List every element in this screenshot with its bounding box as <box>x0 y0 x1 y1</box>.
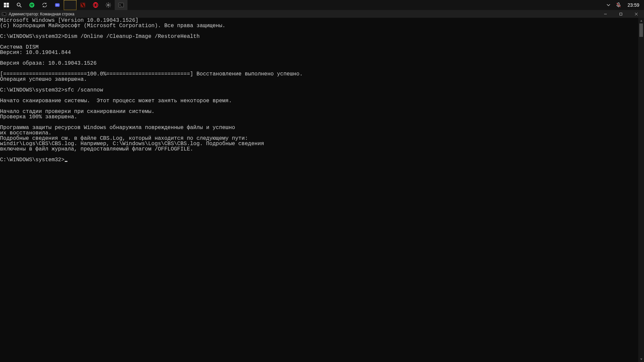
maximize-button[interactable] <box>613 10 629 18</box>
sync-button[interactable] <box>38 0 51 10</box>
svg-rect-0 <box>4 3 6 5</box>
discord-button[interactable] <box>51 0 64 10</box>
scroll-thumb[interactable] <box>639 23 643 37</box>
spotify-icon <box>29 2 35 8</box>
mic-muted-icon[interactable] <box>615 0 622 10</box>
svg-point-21 <box>108 4 109 6</box>
vertical-scrollbar[interactable] <box>638 18 644 362</box>
spotify-button[interactable] <box>25 0 38 10</box>
window-controls <box>598 10 644 18</box>
svg-marker-33 <box>640 358 642 360</box>
start-button[interactable] <box>0 0 13 10</box>
svg-rect-3 <box>7 5 9 7</box>
search-button[interactable] <box>13 0 25 10</box>
taskbar-clock[interactable]: 23:59 <box>626 2 641 8</box>
settings-button[interactable] <box>102 0 115 10</box>
window-title: Администратор: Командная строка <box>9 12 74 16</box>
svg-text:>_: >_ <box>119 4 122 6</box>
close-button[interactable] <box>629 10 644 18</box>
scroll-up-arrow[interactable] <box>638 18 644 23</box>
taskbar-left: >_ <box>0 0 127 10</box>
tray-chevron[interactable] <box>605 0 611 10</box>
dota-button[interactable] <box>76 0 89 10</box>
console-output[interactable]: Microsoft Windows [Version 10.0.19043.15… <box>0 18 638 362</box>
svg-rect-1 <box>7 3 9 5</box>
opera-button[interactable] <box>89 0 102 10</box>
cmd-taskbar-button[interactable]: >_ <box>115 0 127 10</box>
svg-rect-29 <box>620 13 622 15</box>
gear-icon <box>105 2 111 8</box>
svg-rect-7 <box>55 3 60 7</box>
steam-button[interactable] <box>64 0 76 10</box>
svg-marker-32 <box>640 20 642 21</box>
search-icon <box>16 2 22 8</box>
svg-point-8 <box>56 5 57 5</box>
dota-icon <box>80 2 86 8</box>
opera-icon <box>93 2 99 8</box>
console-area: Microsoft Windows [Version 10.0.19043.15… <box>0 18 644 362</box>
windows-icon <box>3 2 9 8</box>
system-tray: 23:59 <box>605 0 644 10</box>
titlebar[interactable]: >_ Администратор: Командная строка <box>0 10 644 18</box>
scroll-down-arrow[interactable] <box>638 356 644 362</box>
sync-icon <box>42 2 48 8</box>
cmd-window: >_ Администратор: Командная строка Micro… <box>0 10 644 362</box>
svg-rect-2 <box>4 5 6 7</box>
cmd-icon: >_ <box>118 2 124 8</box>
svg-line-5 <box>20 6 21 7</box>
text-cursor <box>65 161 67 162</box>
svg-point-9 <box>58 5 58 5</box>
svg-point-4 <box>17 3 20 6</box>
minimize-button[interactable] <box>598 10 613 18</box>
svg-text:>_: >_ <box>3 13 5 15</box>
taskbar: >_ 23:59 <box>0 0 644 10</box>
svg-point-20 <box>95 3 97 7</box>
discord-icon <box>54 2 60 8</box>
cmd-titlebar-icon: >_ <box>1 11 7 17</box>
